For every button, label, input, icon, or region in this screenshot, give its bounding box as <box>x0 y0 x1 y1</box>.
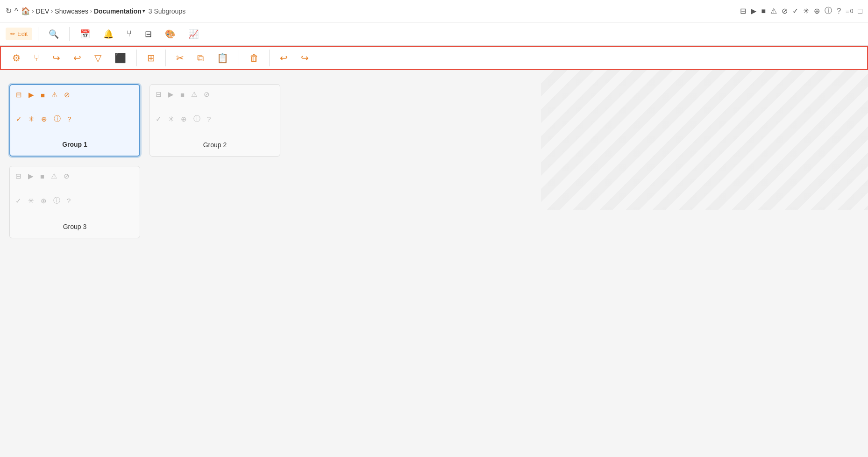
breadcrumb-sep-1: › <box>32 8 34 14</box>
card2-plus-icon: ⊕ <box>181 115 187 123</box>
card-1-icons-row-2: ✓ ✳ ⊕ ⓘ ? <box>16 114 134 123</box>
breadcrumb: 🏠 › DEV › Showcases › Documentation ▾ 3 … <box>21 7 186 15</box>
card3-info-icon: ⓘ <box>53 196 60 205</box>
layers-icon[interactable]: ⊟ <box>740 7 746 15</box>
export-button[interactable]: ↩ <box>68 49 87 67</box>
card1-star-icon: ✳ <box>28 115 35 123</box>
check-icon[interactable]: ✓ <box>792 7 798 15</box>
grid-icon: ⊞ <box>147 52 155 64</box>
block-icon[interactable]: ⊘ <box>782 7 788 15</box>
breadcrumb-documentation[interactable]: Documentation ▾ <box>94 7 145 15</box>
card3-stop-icon: ■ <box>40 172 44 180</box>
settings-icon: ⚙ <box>12 52 21 64</box>
toolbar-sep-2 <box>69 27 70 41</box>
git-button[interactable]: ⑂ <box>122 26 136 42</box>
card1-check-icon: ✓ <box>16 115 22 123</box>
main-content: ⊟ ▶ ■ ⚠ ⊘ ✓ ✳ ⊕ ⓘ ? Group 1 ⊟ ▶ ■ ⚠ ⊘ <box>0 70 868 457</box>
stop-icon[interactable]: ■ <box>761 7 766 15</box>
import-button[interactable]: ↪ <box>47 49 66 67</box>
card1-layers-icon: ⊟ <box>16 91 22 99</box>
top-nav: ↻ ^ 🏠 › DEV › Showcases › Documentation … <box>0 0 868 22</box>
group-card-1[interactable]: ⊟ ▶ ■ ⚠ ⊘ ✓ ✳ ⊕ ⓘ ? Group 1 <box>9 84 140 157</box>
delete-icon: 🗑 <box>249 53 259 64</box>
card3-play-icon: ▶ <box>28 172 34 180</box>
refresh-button[interactable]: ↻ <box>6 7 12 15</box>
card3-warn-icon: ⚠ <box>51 172 57 180</box>
search-icon: 🔍 <box>49 29 59 39</box>
hierarchy-button[interactable]: ⑂ <box>28 49 45 67</box>
edit-label: Edit <box>17 30 28 37</box>
nav-right-icons: ⊟ ▶ ■ ⚠ ⊘ ✓ ✳ ⊕ ⓘ ? ≡ 0 □ <box>740 6 862 16</box>
export-icon: ↩ <box>73 52 81 64</box>
plus-circle-icon[interactable]: ⊕ <box>814 7 820 15</box>
action-sep-1 <box>136 50 137 66</box>
copy-icon: ⧉ <box>197 53 204 64</box>
nav-left: ↻ ^ 🏠 › DEV › Showcases › Documentation … <box>6 7 740 15</box>
help-icon[interactable]: ? <box>837 7 841 15</box>
asterisk-icon[interactable]: ✳ <box>803 7 809 15</box>
breadcrumb-dev[interactable]: DEV <box>36 7 50 15</box>
edit-icon: ✏ <box>10 30 15 37</box>
card1-block-icon: ⊘ <box>64 91 70 99</box>
top-toolbar: ✏ Edit 🔍 📅 🔔 ⑂ ⊟ 🎨 📈 <box>0 22 868 46</box>
cut-button[interactable]: ✂ <box>171 49 190 67</box>
search-button[interactable]: 🔍 <box>44 26 64 42</box>
card1-warn-icon: ⚠ <box>51 91 57 99</box>
card-3-icons-row-1: ⊟ ▶ ■ ⚠ ⊘ <box>15 172 134 180</box>
hierarchy-icon: ⑂ <box>34 53 39 64</box>
card2-block-icon: ⊘ <box>204 90 210 99</box>
import-icon: ↪ <box>52 52 60 64</box>
card-2-icons-row-2: ✓ ✳ ⊕ ⓘ ? <box>156 114 274 123</box>
card3-star-icon: ✳ <box>28 197 34 205</box>
card-1-name: Group 1 <box>16 139 134 150</box>
grid-view-button[interactable]: ⊞ <box>142 49 161 67</box>
filter-action-icon: ▽ <box>94 52 101 64</box>
card2-star-icon: ✳ <box>168 115 174 123</box>
card-2-name: Group 2 <box>156 139 274 150</box>
paste-button[interactable]: 📋 <box>211 49 234 67</box>
copy-button[interactable]: ⧉ <box>192 49 209 67</box>
git-icon: ⑂ <box>127 29 132 39</box>
toolbar-sep-1 <box>38 27 38 41</box>
warning-icon[interactable]: ⚠ <box>770 7 777 15</box>
action-sep-4 <box>269 50 270 66</box>
delete-button[interactable]: 🗑 <box>244 49 264 67</box>
chart-button[interactable]: 📈 <box>184 26 203 42</box>
breadcrumb-sep-2: › <box>51 8 53 14</box>
bell-button[interactable]: 🔔 <box>99 26 118 42</box>
calendar-button[interactable]: 📅 <box>75 26 95 42</box>
filter-button[interactable]: ▽ <box>89 49 107 67</box>
action-toolbar: ⚙ ⑂ ↪ ↩ ▽ ⬛ ⊞ ✂ ⧉ 📋 🗑 ↩ ↪ <box>0 46 868 70</box>
card2-check-icon: ✓ <box>156 115 162 123</box>
palette-button[interactable]: 🎨 <box>160 26 180 42</box>
card-1-icons-row-1: ⊟ ▶ ■ ⚠ ⊘ <box>16 91 134 99</box>
group-card-3[interactable]: ⊟ ▶ ■ ⚠ ⊘ ✓ ✳ ⊕ ⓘ ? Group 3 <box>9 166 140 238</box>
cut-icon: ✂ <box>176 52 184 64</box>
undo-button[interactable]: ↩ <box>274 49 293 67</box>
edit-button[interactable]: ✏ Edit <box>6 28 32 40</box>
card3-help-icon: ? <box>67 197 71 205</box>
play-icon[interactable]: ▶ <box>751 7 756 15</box>
subgroups-label: 3 Subgroups <box>149 7 185 15</box>
breadcrumb-showcases[interactable]: Showcases <box>55 7 88 15</box>
redo-button[interactable]: ↪ <box>295 49 314 67</box>
card2-warn-icon: ⚠ <box>191 90 197 99</box>
bookmark-button[interactable]: ⬛ <box>109 49 132 67</box>
layers-toolbar-button[interactable]: ⊟ <box>140 26 157 42</box>
group-card-2[interactable]: ⊟ ▶ ■ ⚠ ⊘ ✓ ✳ ⊕ ⓘ ? Group 2 <box>149 84 280 157</box>
card2-stop-icon: ■ <box>180 91 185 99</box>
window-icon[interactable]: □ <box>858 7 862 15</box>
navigate-up-button[interactable]: ^ <box>14 7 18 15</box>
action-sep-3 <box>239 50 239 66</box>
card1-play-icon: ▶ <box>28 91 34 99</box>
filter-badge[interactable]: ≡ 0 <box>846 7 853 14</box>
settings-action-button[interactable]: ⚙ <box>7 49 26 67</box>
card1-stop-icon: ■ <box>41 91 45 99</box>
card2-help-icon: ? <box>207 115 211 123</box>
filter-icon: ≡ <box>846 7 849 14</box>
home-icon[interactable]: 🏠 <box>21 7 30 15</box>
card2-layers-icon: ⊟ <box>156 90 162 99</box>
bell-icon: 🔔 <box>103 29 114 39</box>
info-icon[interactable]: ⓘ <box>825 6 832 16</box>
redo-icon: ↪ <box>301 52 309 64</box>
